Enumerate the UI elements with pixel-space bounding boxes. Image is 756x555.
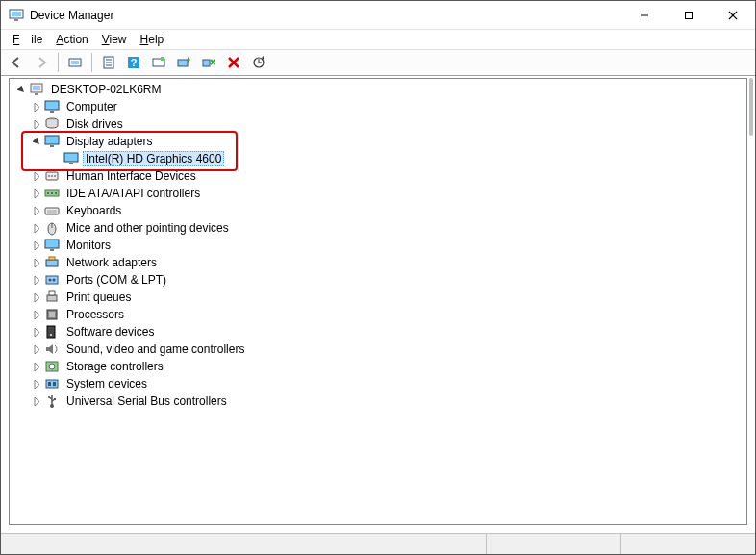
- tree-node-cat-4[interactable]: IDE ATA/ATAPI controllers: [10, 185, 746, 202]
- menu-help[interactable]: Help: [135, 31, 170, 48]
- tree-node-cat-5[interactable]: Keyboards: [10, 202, 746, 219]
- expand-icon[interactable]: [29, 220, 44, 236]
- tree-node-cat-2[interactable]: Display adapters: [10, 133, 746, 150]
- disk-icon: [44, 116, 60, 132]
- collapse-icon[interactable]: [29, 134, 44, 149]
- expand-icon[interactable]: [29, 272, 44, 288]
- tree-node-cat-3[interactable]: Human Interface Devices: [10, 167, 746, 185]
- expand-icon[interactable]: [29, 168, 44, 184]
- tree-node-cat-6[interactable]: Mice and other pointing devices: [10, 219, 746, 237]
- expand-icon[interactable]: [29, 116, 44, 132]
- tree-node-cat-16[interactable]: Universal Serial Bus controllers: [10, 392, 746, 410]
- tree-node-label: Display adapters: [63, 134, 155, 149]
- expand-icon[interactable]: [29, 238, 44, 253]
- tree-node-cat-12[interactable]: Software devices: [10, 323, 746, 341]
- tree-node-cat-7[interactable]: Monitors: [10, 237, 746, 254]
- svg-point-35: [54, 175, 56, 177]
- tree-node-label: Ports (COM & LPT): [63, 272, 169, 288]
- scan-button[interactable]: [247, 52, 270, 73]
- expand-icon[interactable]: [29, 203, 44, 218]
- tree-node-cat-8[interactable]: Network adapters: [10, 254, 746, 271]
- svg-rect-4: [686, 12, 693, 18]
- svg-rect-53: [49, 291, 55, 295]
- tree-node-cat-14[interactable]: Storage controllers: [10, 358, 746, 375]
- svg-rect-24: [35, 93, 38, 95]
- tree-node-cat-0[interactable]: Computer: [10, 98, 746, 115]
- menu-action[interactable]: Action: [50, 31, 93, 48]
- enable-button[interactable]: [147, 52, 170, 73]
- collapse-icon[interactable]: [13, 82, 29, 97]
- tree-node-cat-10[interactable]: Print queues: [10, 289, 746, 306]
- expand-icon[interactable]: [29, 290, 44, 305]
- svg-rect-29: [50, 145, 54, 147]
- svg-point-33: [48, 175, 50, 177]
- device-tree: DESKTOP-02LK6RMComputerDisk drivesDispla…: [10, 79, 746, 412]
- update-driver-button[interactable]: [172, 52, 195, 73]
- svg-rect-48: [49, 257, 55, 260]
- svg-rect-66: [54, 398, 56, 400]
- svg-rect-37: [47, 192, 49, 194]
- vertical-scrollbar[interactable]: [749, 78, 753, 136]
- svg-rect-18: [203, 60, 210, 66]
- back-button[interactable]: [5, 52, 28, 73]
- toolbar-separator: [58, 53, 59, 72]
- device-tree-panel[interactable]: DESKTOP-02LK6RMComputerDisk drivesDispla…: [9, 78, 747, 525]
- svg-point-57: [50, 334, 52, 336]
- tree-node-label: System devices: [63, 376, 150, 391]
- tree-node-label: Network adapters: [63, 255, 160, 270]
- tree-node-cat-9[interactable]: Ports (COM & LPT): [10, 271, 746, 289]
- tree-node-root[interactable]: DESKTOP-02LK6RM: [10, 81, 746, 98]
- close-button[interactable]: [711, 1, 755, 29]
- tree-node-label: Human Interface Devices: [63, 168, 199, 184]
- expand-icon[interactable]: [29, 341, 44, 357]
- expand-icon[interactable]: [29, 324, 44, 340]
- pc-icon: [29, 82, 44, 97]
- svg-rect-55: [49, 312, 55, 317]
- svg-rect-26: [50, 111, 54, 113]
- hid-icon: [44, 168, 60, 184]
- title-bar: Device Manager: [1, 1, 755, 30]
- cpu-icon: [44, 307, 60, 322]
- svg-rect-8: [71, 61, 79, 64]
- expand-icon[interactable]: [29, 359, 44, 374]
- monitor-icon: [44, 238, 60, 253]
- menu-file[interactable]: File: [7, 31, 48, 48]
- expand-icon[interactable]: [29, 376, 44, 391]
- network-icon: [44, 255, 60, 270]
- properties-button[interactable]: [97, 52, 120, 73]
- svg-rect-16: [161, 57, 164, 61]
- port-icon: [44, 272, 60, 288]
- expand-icon[interactable]: [29, 255, 44, 270]
- svg-rect-46: [50, 249, 54, 251]
- minimize-button[interactable]: [622, 1, 667, 29]
- tree-node-cat-1[interactable]: Disk drives: [10, 115, 746, 133]
- tree-node-label: DESKTOP-02LK6RM: [48, 82, 164, 97]
- svg-rect-31: [69, 163, 73, 164]
- tree-node-label: Monitors: [63, 238, 113, 253]
- forward-button[interactable]: [30, 52, 53, 73]
- tree-node-label: Universal Serial Bus controllers: [63, 393, 230, 409]
- expand-icon[interactable]: [29, 393, 44, 409]
- tree-node-cat-13[interactable]: Sound, video and game controllers: [10, 341, 746, 358]
- help-button[interactable]: ?: [122, 52, 145, 73]
- svg-rect-30: [64, 153, 78, 162]
- tree-node-dev-2-0[interactable]: Intel(R) HD Graphics 4600: [10, 150, 746, 167]
- svg-point-65: [48, 396, 50, 398]
- tree-node-label: IDE ATA/ATAPI controllers: [63, 186, 203, 201]
- svg-rect-17: [178, 60, 188, 66]
- uninstall-button[interactable]: [197, 52, 220, 73]
- tree-node-label: Software devices: [63, 324, 157, 340]
- tree-node-cat-11[interactable]: Processors: [10, 306, 746, 323]
- expand-icon[interactable]: [29, 99, 44, 114]
- svg-point-34: [51, 175, 53, 177]
- tree-node-cat-15[interactable]: System devices: [10, 375, 746, 392]
- tree-node-label: Disk drives: [63, 116, 126, 132]
- menu-view[interactable]: View: [96, 31, 133, 48]
- disable-button[interactable]: [222, 52, 245, 73]
- show-hidden-button[interactable]: [63, 52, 87, 73]
- keyboard-icon: [44, 203, 60, 218]
- expand-icon[interactable]: [29, 307, 44, 322]
- maximize-button[interactable]: [667, 1, 711, 29]
- expand-icon[interactable]: [29, 186, 44, 201]
- svg-rect-25: [45, 101, 59, 110]
